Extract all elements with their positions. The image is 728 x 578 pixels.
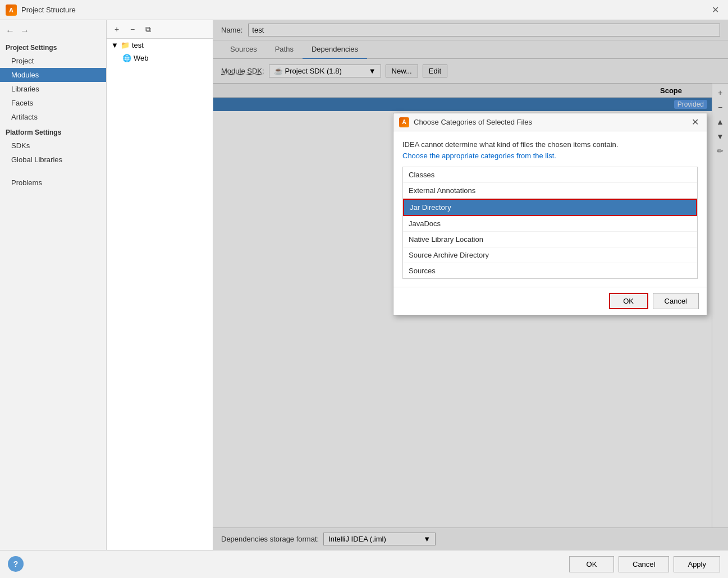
dialog-footer: OK Cancel <box>393 287 707 315</box>
nav-forward-icon[interactable]: → <box>20 26 29 36</box>
dialog-title: Choose Categories of Selected Files <box>414 118 685 126</box>
web-icon: 🌐 <box>122 54 131 62</box>
cancel-button[interactable]: Cancel <box>619 556 669 572</box>
dialog-message-line2: Choose the appropriate categories from t… <box>402 152 556 160</box>
sidebar-item-project[interactable]: Project <box>0 54 106 68</box>
project-settings-label: Project Settings <box>0 39 106 54</box>
dialog-list-item-javadocs[interactable]: JavaDocs <box>403 216 697 232</box>
main-panel: Name: Sources Paths Dependencies Module … <box>213 20 728 550</box>
dialog-list-item-sources[interactable]: Sources <box>403 263 697 278</box>
add-module-button[interactable]: + <box>110 22 123 36</box>
copy-module-button[interactable]: ⧉ <box>141 22 155 36</box>
content-area: ← → Project Settings Project Modules Lib… <box>0 20 728 550</box>
dialog-list-item-external-annotations[interactable]: External Annotations <box>403 183 697 199</box>
bottom-bar: ? OK Cancel Apply <box>0 550 728 578</box>
nav-arrows: ← → <box>0 22 106 39</box>
sidebar: ← → Project Settings Project Modules Lib… <box>0 20 107 550</box>
app-icon: A <box>6 4 17 16</box>
dialog-cancel-button[interactable]: Cancel <box>653 293 699 309</box>
title-bar-left: A Project Structure <box>6 4 76 16</box>
dialog-list-item-classes[interactable]: Classes <box>403 167 697 183</box>
folder-icon: 📁 <box>121 41 130 49</box>
dialog-list: Classes External Annotations Jar Directo… <box>402 167 698 279</box>
apply-button[interactable]: Apply <box>674 556 720 572</box>
module-label: test <box>132 41 144 49</box>
nav-back-icon[interactable]: ← <box>6 26 15 36</box>
title-bar: A Project Structure ✕ <box>0 0 728 20</box>
module-label: Web <box>134 54 149 62</box>
main-window: A Project Structure ✕ ← → Project Settin… <box>0 0 728 578</box>
window-title: Project Structure <box>21 6 76 14</box>
sidebar-item-facets[interactable]: Facets <box>0 96 106 110</box>
dialog-titlebar: A Choose Categories of Selected Files ✕ <box>393 113 707 131</box>
sidebar-item-global-libraries[interactable]: Global Libraries <box>0 153 106 167</box>
ok-button[interactable]: OK <box>569 556 614 572</box>
help-button[interactable]: ? <box>8 556 24 572</box>
platform-settings-label: Platform Settings <box>0 124 106 139</box>
remove-module-button[interactable]: − <box>126 22 139 36</box>
module-tree-item-web[interactable]: 🌐 Web <box>107 52 213 65</box>
expand-icon: ▼ <box>111 41 118 49</box>
dialog-list-item-native-library[interactable]: Native Library Location <box>403 232 697 247</box>
choose-categories-dialog: A Choose Categories of Selected Files ✕ … <box>393 113 707 315</box>
dialog-close-icon[interactable]: ✕ <box>689 117 701 127</box>
dialog-message: IDEA cannot determine what kind of files… <box>402 139 698 161</box>
module-tree: + − ⧉ ▼ 📁 test 🌐 Web <box>107 20 213 550</box>
sidebar-item-modules[interactable]: Modules <box>0 68 106 82</box>
sidebar-item-sdks[interactable]: SDKs <box>0 139 106 153</box>
sidebar-item-artifacts[interactable]: Artifacts <box>0 110 106 124</box>
dialog-app-icon: A <box>399 117 409 127</box>
dialog-body: IDEA cannot determine what kind of files… <box>393 131 707 287</box>
close-icon[interactable]: ✕ <box>708 3 722 16</box>
dialog-message-line1: IDEA cannot determine what kind of files… <box>402 140 618 149</box>
dialog-overlay: A Choose Categories of Selected Files ✕ … <box>213 20 728 550</box>
module-tree-toolbar: + − ⧉ <box>107 20 213 39</box>
dialog-list-item-source-archive[interactable]: Source Archive Directory <box>403 247 697 263</box>
module-tree-item-test[interactable]: ▼ 📁 test <box>107 39 213 52</box>
dialog-list-item-jar-directory[interactable]: Jar Directory <box>403 199 697 216</box>
sidebar-item-problems[interactable]: Problems <box>0 176 106 190</box>
sidebar-item-libraries[interactable]: Libraries <box>0 82 106 96</box>
dialog-ok-button[interactable]: OK <box>609 293 648 309</box>
